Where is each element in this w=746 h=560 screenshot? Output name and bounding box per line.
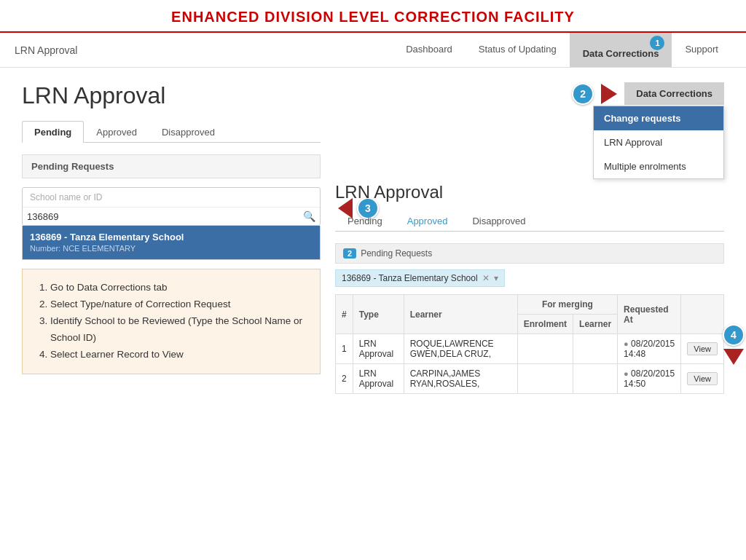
cell-enrolment <box>517 364 573 394</box>
step2-row: 2 Data Corrections Change requests LRN A… <box>572 82 724 105</box>
school-filter: 136869 - Tanza Elementary School ✕ ▾ <box>335 269 724 287</box>
left-tab-bar: Pending Approved Disapproved <box>22 121 321 143</box>
main-content: LRN Approval Pending Approved Disapprove… <box>0 68 746 409</box>
instruction-2: Select Type/nature of Correction Request <box>50 296 307 313</box>
cell-learner2 <box>573 364 618 394</box>
section-header: Pending Requests <box>22 154 321 178</box>
col-type: Type <box>353 295 404 334</box>
step2-badge: 2 <box>572 83 594 105</box>
search-placeholder: School name or ID <box>23 188 320 208</box>
view-button-1[interactable]: View <box>687 342 718 355</box>
cell-action[interactable]: View <box>681 364 724 394</box>
cell-type: LRN Approval <box>353 364 404 394</box>
col-learner2: Learner <box>573 315 618 334</box>
nav-support[interactable]: Support <box>672 33 731 67</box>
sub-tab-pending[interactable]: Pending <box>335 210 395 232</box>
school-search-box[interactable]: School name or ID 🔍 <box>22 187 321 226</box>
sub-panel: LRN Approval Pending Approved Disapprove… <box>335 182 724 394</box>
pending-requests-header: 2 Pending Requests <box>335 243 724 264</box>
instructions-list: Go to Data Corrections tab Select Type/n… <box>36 280 307 363</box>
instruction-3: Identify School to be Reviewed (Type the… <box>50 313 307 347</box>
instruction-1: Go to Data Corrections tab <box>50 280 307 296</box>
cell-requested-at: ● 08/20/2015 14:48 <box>618 334 681 364</box>
dropdown-lrn-approval[interactable]: LRN Approval <box>594 130 723 154</box>
dc-dropdown-container: Data Corrections Change requests LRN App… <box>624 82 724 105</box>
step2-arrow <box>601 84 617 104</box>
cell-enrolment <box>517 334 573 364</box>
tab-approved[interactable]: Approved <box>84 121 149 143</box>
filter-dropdown-icon[interactable]: ▾ <box>494 273 498 283</box>
cell-action[interactable]: View <box>681 334 724 364</box>
school-filter-tag[interactable]: 136869 - Tanza Elementary School ✕ ▾ <box>335 269 505 287</box>
dropdown-multiple-enrolments[interactable]: Multiple enrolments <box>594 154 723 178</box>
pending-requests-label: Pending Requests <box>361 248 432 259</box>
app-name: LRN Approval <box>15 44 393 56</box>
tab-disapproved[interactable]: Disapproved <box>149 121 227 143</box>
clock-icon: ● <box>624 369 629 378</box>
tab-pending[interactable]: Pending <box>22 121 84 143</box>
nav-status-updating[interactable]: Status of Updating <box>466 33 570 67</box>
top-nav: LRN Approval Dashboard Status of Updatin… <box>0 33 746 68</box>
cell-learner2 <box>573 334 618 364</box>
cell-type: LRN Approval <box>353 334 404 364</box>
step1-badge: 1 <box>650 36 664 50</box>
sub-tab-approved[interactable]: Approved <box>395 210 460 232</box>
dc-header: 2 Data Corrections Change requests LRN A… <box>335 82 724 109</box>
col-action <box>681 295 724 334</box>
instruction-4: Select Learner Record to View <box>50 347 307 363</box>
cell-num: 1 <box>336 334 353 364</box>
data-table: # Type Learner For merging Requested At … <box>335 294 724 394</box>
dropdown-change-requests[interactable]: Change requests <box>594 106 723 130</box>
cell-num: 2 <box>336 364 353 394</box>
nav-data-corrections[interactable]: 1 Data Corrections <box>570 33 672 67</box>
clock-icon: ● <box>624 339 629 348</box>
dc-tab-label[interactable]: Data Corrections <box>624 82 724 105</box>
search-result-item[interactable]: 136869 - Tanza Elementary School Number:… <box>23 226 320 259</box>
filter-close-icon[interactable]: ✕ <box>482 273 490 283</box>
page-heading: LRN Approval <box>22 82 321 109</box>
sub-panel-title: LRN Approval <box>335 182 724 202</box>
cell-requested-at: ● 08/20/2015 14:50 <box>618 364 681 394</box>
school-search-input[interactable] <box>27 211 303 222</box>
col-requested-at: Requested At <box>618 295 681 334</box>
sub-tab-disapproved[interactable]: Disapproved <box>460 210 538 232</box>
search-result-sub: Number: NCE ELEMENTARY <box>30 244 136 253</box>
instructions-box: Go to Data Corrections tab Select Type/n… <box>22 269 321 374</box>
sub-tab-bar: Pending Approved Disapproved <box>335 210 724 232</box>
nav-links: Dashboard Status of Updating 1 Data Corr… <box>393 33 731 67</box>
step4-arrow <box>723 349 744 365</box>
main-title: ENHANCED DIVISION LEVEL CORRECTION FACIL… <box>0 0 746 33</box>
step4-badge: 4 <box>723 324 745 346</box>
left-panel: LRN Approval Pending Approved Disapprove… <box>22 82 321 394</box>
col-num: # <box>336 295 353 334</box>
right-panel: 2 Data Corrections Change requests LRN A… <box>335 82 724 394</box>
search-icon: 🔍 <box>303 210 315 222</box>
table-wrapper: # Type Learner For merging Requested At … <box>335 294 724 394</box>
school-filter-label: 136869 - Tanza Elementary School <box>342 273 478 283</box>
search-dropdown: 136869 - Tanza Elementary School Number:… <box>22 226 321 260</box>
pending-count-badge: 2 <box>343 248 356 259</box>
step4-annotation: 4 <box>723 324 745 365</box>
col-merge-header: For merging <box>517 295 617 315</box>
col-learner: Learner <box>404 295 517 334</box>
view-button-2[interactable]: View <box>687 372 718 385</box>
col-enrolment: Enrolment <box>517 315 573 334</box>
dc-dropdown: Change requests LRN Approval Multiple en… <box>593 106 724 179</box>
table-row: 2 LRN Approval CARPINA,JAMES RYAN,ROSALE… <box>336 364 724 394</box>
cell-learner: CARPINA,JAMES RYAN,ROSALES, <box>404 364 517 394</box>
table-row: 1 LRN Approval ROQUE,LAWRENCE GWEN,DELA … <box>336 334 724 364</box>
nav-dashboard[interactable]: Dashboard <box>393 33 466 67</box>
cell-learner: ROQUE,LAWRENCE GWEN,DELA CRUZ, <box>404 334 517 364</box>
